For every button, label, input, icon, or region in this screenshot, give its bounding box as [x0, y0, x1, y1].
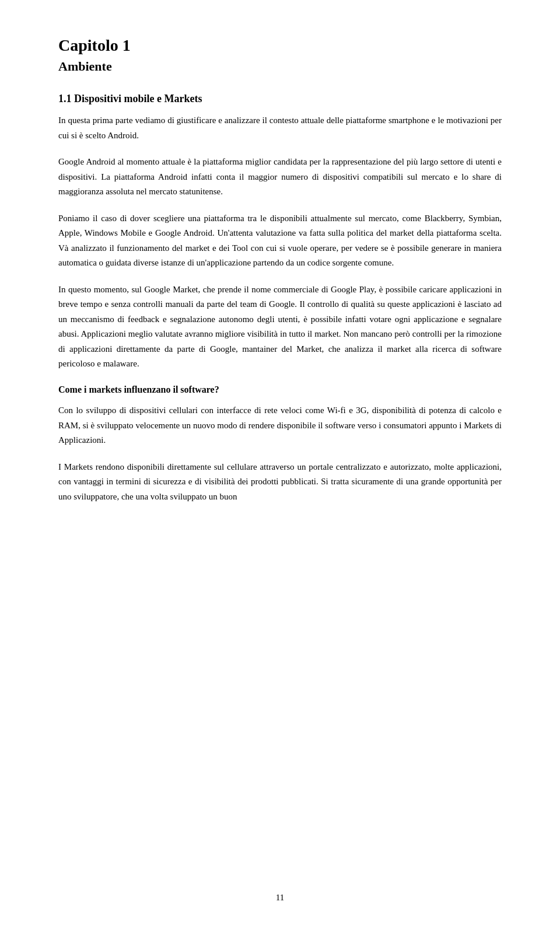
- subsection-title: Come i markets influenzano il software?: [58, 383, 502, 396]
- subsection-paragraph-2: I Markets rendono disponibili direttamen…: [58, 460, 502, 505]
- chapter-number: Capitolo 1: [58, 35, 502, 56]
- section-1-paragraph-1: In questa prima parte vediamo di giustif…: [58, 113, 502, 143]
- chapter-title: Ambiente: [58, 58, 502, 75]
- section-1-paragraph-4: In questo momento, sul Google Market, ch…: [58, 282, 502, 372]
- subsection-paragraph-1: Con lo sviluppo di dispositivi cellulari…: [58, 403, 502, 448]
- section-1-title: 1.1 Dispositivi mobile e Markets: [58, 92, 502, 106]
- section-1-paragraph-3: Poniamo il caso di dover scegliere una p…: [58, 211, 502, 271]
- document-page: Capitolo 1 Ambiente 1.1 Dispositivi mobi…: [0, 0, 560, 926]
- page-number: 11: [276, 893, 284, 903]
- section-1-paragraph-2: Google Android al momento attuale è la p…: [58, 155, 502, 200]
